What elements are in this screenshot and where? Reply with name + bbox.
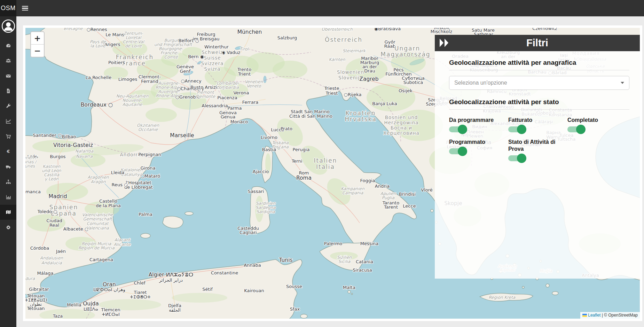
section-divider	[449, 70, 629, 70]
section-divider	[449, 109, 629, 110]
toggle-programmato[interactable]	[449, 148, 465, 154]
toggle-label-completato: Completato	[567, 117, 620, 124]
toggle-cell-completato: Completato	[567, 117, 627, 132]
map-label: Puglia	[382, 195, 395, 200]
toggle-label-fatturato: Fatturato	[508, 117, 560, 124]
map-label: Oujda	[83, 301, 99, 307]
map-label: Lleida	[111, 170, 125, 175]
map-label: Palermo	[324, 241, 343, 246]
map-label: Bosnien und	[385, 115, 418, 120]
map-label: Brindisi	[399, 192, 416, 197]
toggle-stato-di-attivit-di-prova[interactable]	[508, 155, 524, 161]
osm-attribution[interactable]: © OpenStreetMap	[604, 313, 638, 318]
map-label: ◉Bratislava	[374, 28, 401, 31]
ukraine-flag-icon	[582, 314, 587, 317]
map-label: ○Annecy	[181, 78, 202, 84]
toggle-fatturato[interactable]	[508, 126, 524, 132]
map-attribution: Leaflet | © OpenStreetMap	[580, 312, 640, 319]
map-label: Salzburg	[277, 35, 297, 40]
map-label: Slowenien	[337, 69, 364, 75]
map-label: Sousse	[286, 284, 302, 289]
app-logo: OSM	[0, 0, 16, 16]
map-label: de Llobregat	[124, 185, 153, 190]
map-label: Monaco	[230, 119, 248, 124]
map-label: ○Rennes	[86, 28, 107, 32]
map-label: Comté	[164, 55, 178, 60]
map-label: Steiermark	[343, 48, 366, 53]
toggle-cell-fatturato: Fatturato	[508, 117, 567, 132]
sidebar-item-reports[interactable]	[0, 189, 16, 205]
map-label: Tétouan	[26, 306, 45, 311]
map-label: Bastia	[262, 147, 276, 152]
anagrafica-select[interactable]: Seleziona un'opzione	[449, 76, 629, 90]
zoom-out-button[interactable]: −	[31, 44, 44, 57]
sidebar-item-hierarchy[interactable]	[0, 174, 16, 190]
sidebar-item-tools[interactable]	[0, 99, 16, 114]
sidebar-item-settings[interactable]	[0, 220, 16, 235]
malta-island	[348, 290, 351, 293]
filters-panel-title: Filtri	[526, 37, 548, 49]
sidebar-item-orders[interactable]	[0, 129, 16, 144]
sidebar-item-documents[interactable]	[0, 84, 16, 99]
map-label: France	[122, 60, 146, 67]
select-placeholder: Seleziona un'opzione	[454, 80, 507, 86]
map-label: Piemonte	[196, 94, 216, 99]
map-label: La Rochelle	[86, 75, 111, 80]
attribution-separator: |	[602, 313, 603, 318]
map-label: Asturies	[25, 164, 35, 169]
double-chevron-right-icon	[439, 38, 450, 48]
map-label: Osijek	[399, 88, 413, 93]
map-label: Foggia	[360, 178, 375, 183]
map-label: München	[237, 29, 262, 35]
map-label: Le Mans	[105, 32, 124, 37]
map-label: ⵡⵇⵀⵔⴰⵏ وهران	[93, 287, 125, 293]
hamburger-icon	[22, 6, 28, 7]
zoom-in-button[interactable]: +	[31, 32, 44, 44]
map-label: ○Rijeka	[344, 92, 362, 97]
map-label: Reus ○	[112, 182, 128, 187]
top-bar: OSM	[0, 0, 644, 16]
leaflet-link[interactable]: Leaflet	[588, 313, 600, 318]
toggle-da-programmare[interactable]	[449, 126, 465, 132]
toggle-label-stato-di-attivit-di-prova: Stato di Attività di Prova	[508, 139, 560, 153]
map-icon	[6, 209, 11, 215]
map-label: Alacant	[114, 238, 131, 242]
map-label: Banja Luka	[372, 101, 397, 106]
sidebar-toggle-button[interactable]	[16, 0, 34, 16]
map-label: Valenciana	[86, 226, 109, 231]
cart-icon	[6, 134, 11, 139]
map-label: Czernowitz	[532, 28, 557, 31]
map[interactable]: Bretagne○RennesLe Mans○AngersPays dela L…	[25, 28, 640, 319]
sidebar-item-logistics[interactable]	[0, 159, 16, 174]
chart-bar-icon	[6, 194, 11, 200]
map-label: Tunis	[278, 257, 292, 263]
sidebar-item-dashboard[interactable]	[0, 38, 16, 53]
toggle-completato[interactable]	[567, 126, 583, 132]
map-label: Madrid	[48, 193, 67, 200]
sidebar-item-trends[interactable]	[0, 114, 16, 129]
toggle-knob	[458, 147, 467, 156]
map-label: Tarent	[384, 204, 398, 210]
map-label: Italien	[314, 157, 337, 164]
map-label: Taza	[53, 313, 63, 319]
map-label: Palma	[139, 212, 152, 217]
sidebar-item-billing[interactable]: €	[0, 144, 16, 159]
map-label: Veneto	[246, 84, 261, 88]
content-card: Bretagne○RennesLe Mans○AngersPays dela L…	[23, 25, 642, 321]
collapse-panel-button[interactable]	[438, 38, 450, 48]
sidebar-item-map[interactable]	[0, 205, 16, 220]
map-label: Santander ○	[33, 133, 62, 138]
ibiza-island	[141, 233, 150, 238]
sidebar-item-mail[interactable]	[0, 68, 16, 84]
sidebar-item-users[interactable]	[0, 53, 16, 69]
map-label: Andria	[375, 184, 390, 189]
map-label: Toledo ○	[37, 209, 57, 214]
select-dropdown-arrow-icon	[621, 82, 624, 84]
map-label: Sfax	[290, 306, 300, 312]
avatar[interactable]	[1, 19, 15, 33]
map-label: الجلفة	[169, 307, 181, 313]
map-label: Verona	[233, 90, 249, 95]
file-icon	[6, 88, 11, 94]
map-label: Zagreb	[359, 76, 378, 82]
filters-panel: Filtri Geolocalizzazione attività per an…	[435, 35, 640, 279]
